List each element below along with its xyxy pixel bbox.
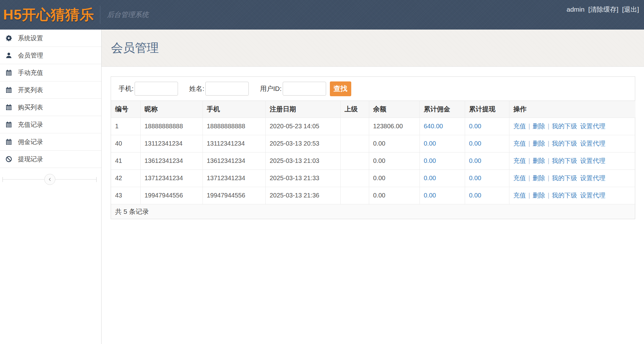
action-separator: | <box>548 157 549 164</box>
sidebar-item-purchase-list[interactable]: 购买列表 <box>0 99 101 116</box>
table-body: 118888888888188888888882020-05-23 14:051… <box>111 118 636 204</box>
calendar-icon <box>4 104 13 111</box>
parent-cell <box>340 135 369 152</box>
calendar-icon <box>4 69 13 76</box>
main-area: 会员管理 手机: 姓名: 用户ID: 查找 编号昵称手机注册日期上级余额累计佣金… <box>102 30 644 344</box>
phone-cell: 13112341234 <box>203 135 265 152</box>
commission-link[interactable]: 0.00 <box>424 157 436 164</box>
userid-label: 用户ID: <box>260 84 282 93</box>
name-input[interactable] <box>205 82 249 96</box>
action-delete-link[interactable]: 删除 <box>533 192 545 199</box>
search-form: 手机: 姓名: 用户ID: 查找 <box>111 77 635 101</box>
action-set-agent-link[interactable]: 设置代理 <box>580 140 605 147</box>
action-separator: | <box>529 157 530 164</box>
record-count: 共 5 条记录 <box>111 204 635 219</box>
parent-cell <box>340 169 369 187</box>
action-delete-link[interactable]: 删除 <box>533 123 545 130</box>
sidebar-item-lottery-list[interactable]: 开奖列表 <box>0 81 101 99</box>
withdraw-link[interactable]: 0.00 <box>469 175 481 181</box>
action-set-agent-link[interactable]: 设置代理 <box>580 192 605 199</box>
withdraw-cell: 0.00 <box>465 187 509 204</box>
action-delete-link[interactable]: 删除 <box>533 175 545 181</box>
id-cell: 41 <box>111 152 140 169</box>
sidebar-item-withdrawal-records[interactable]: 提现记录 <box>0 151 101 168</box>
balance-cell: 0.00 <box>369 187 419 204</box>
parent-cell <box>340 118 369 135</box>
action-my-subordinates-link[interactable]: 我的下级 <box>552 175 577 181</box>
members-table: 编号昵称手机注册日期上级余额累计佣金累计提现操作 118888888888188… <box>111 101 636 204</box>
commission-link[interactable]: 0.00 <box>424 140 436 147</box>
commission-cell: 640.00 <box>419 118 465 135</box>
balance-cell: 0.00 <box>369 135 419 152</box>
actions-cell: 充值|删除|我的下级设置代理 <box>509 118 636 135</box>
reg-date-cell: 2025-03-13 21:33 <box>265 169 340 187</box>
top-header: H5开心猜猜乐 后台管理系统 admin [清除缓存] [退出] <box>0 0 644 30</box>
balance-cell: 0.00 <box>369 169 419 187</box>
action-separator: | <box>548 192 549 199</box>
parent-cell <box>340 152 369 169</box>
clear-cache-link[interactable]: [清除缓存] <box>588 6 619 13</box>
action-my-subordinates-link[interactable]: 我的下级 <box>552 192 577 199</box>
action-separator: | <box>529 175 530 181</box>
action-delete-link[interactable]: 删除 <box>533 140 545 147</box>
withdraw-link[interactable]: 0.00 <box>469 157 481 164</box>
action-recharge-link[interactable]: 充值 <box>514 123 526 130</box>
member-panel: 手机: 姓名: 用户ID: 查找 编号昵称手机注册日期上级余额累计佣金累计提现操… <box>111 76 635 219</box>
action-set-agent-link[interactable]: 设置代理 <box>580 175 605 181</box>
id-cell: 42 <box>111 169 140 187</box>
action-recharge-link[interactable]: 充值 <box>514 175 526 181</box>
withdraw-cell: 0.00 <box>465 135 509 152</box>
column-header: 注册日期 <box>265 101 340 118</box>
withdraw-link[interactable]: 0.00 <box>469 140 481 147</box>
sidebar-item-member-management[interactable]: 会员管理 <box>0 47 101 64</box>
commission-link[interactable]: 0.00 <box>424 175 436 181</box>
logout-link[interactable]: [退出] <box>622 6 639 13</box>
calendar-icon <box>4 121 13 128</box>
table-row: 4213712341234137123412342025-03-13 21:33… <box>111 169 636 187</box>
column-header: 昵称 <box>140 101 203 118</box>
action-recharge-link[interactable]: 充值 <box>514 192 526 199</box>
action-recharge-link[interactable]: 充值 <box>514 140 526 147</box>
commission-link[interactable]: 640.00 <box>424 123 443 130</box>
actions-cell: 充值|删除|我的下级设置代理 <box>509 187 636 204</box>
action-my-subordinates-link[interactable]: 我的下级 <box>552 140 577 147</box>
action-recharge-link[interactable]: 充值 <box>514 157 526 164</box>
username: admin <box>567 6 585 13</box>
logo-divider <box>100 6 100 24</box>
search-button[interactable]: 查找 <box>330 81 351 96</box>
action-separator: | <box>529 140 530 147</box>
userid-input[interactable] <box>283 82 326 96</box>
action-delete-link[interactable]: 删除 <box>533 157 545 164</box>
nickname-cell: 13712341234 <box>140 169 203 187</box>
phone-input[interactable] <box>135 82 178 96</box>
content: 手机: 姓名: 用户ID: 查找 编号昵称手机注册日期上级余额累计佣金累计提现操… <box>102 67 644 219</box>
action-my-subordinates-link[interactable]: 我的下级 <box>552 123 577 130</box>
nickname-cell: 18888888888 <box>140 118 203 135</box>
commission-cell: 0.00 <box>419 152 465 169</box>
action-separator: | <box>548 140 549 147</box>
action-set-agent-link[interactable]: 设置代理 <box>580 123 605 130</box>
user-icon <box>4 52 13 59</box>
calendar-icon <box>4 138 13 145</box>
actions-cell: 充值|删除|我的下级设置代理 <box>509 152 636 169</box>
sidebar-item-recharge-records[interactable]: 充值记录 <box>0 116 101 133</box>
sidebar-item-manual-recharge[interactable]: 手动充值 <box>0 64 101 81</box>
sidebar-item-label: 系统设置 <box>18 34 43 42</box>
commission-link[interactable]: 0.00 <box>424 192 436 199</box>
sidebar-collapse-button[interactable] <box>44 174 55 185</box>
action-my-subordinates-link[interactable]: 我的下级 <box>552 157 577 164</box>
column-header: 累计提现 <box>465 101 509 118</box>
sidebar-item-commission-records[interactable]: 佣金记录 <box>0 133 101 151</box>
sidebar-menu: 系统设置会员管理手动充值开奖列表购买列表充值记录佣金记录提现记录 <box>0 30 101 168</box>
sidebar-item-label: 购买列表 <box>18 103 43 112</box>
withdraw-link[interactable]: 0.00 <box>469 123 481 130</box>
table-row: 4113612341234136123412342025-03-13 21:03… <box>111 152 636 169</box>
withdraw-link[interactable]: 0.00 <box>469 192 481 199</box>
column-header: 操作 <box>509 101 636 118</box>
reg-date-cell: 2025-03-13 20:53 <box>265 135 340 152</box>
action-set-agent-link[interactable]: 设置代理 <box>580 157 605 164</box>
table-header-row: 编号昵称手机注册日期上级余额累计佣金累计提现操作 <box>111 101 636 118</box>
user-area: admin [清除缓存] [退出] <box>567 5 639 14</box>
sidebar-item-system-settings[interactable]: 系统设置 <box>0 30 101 47</box>
sidebar-item-label: 充值记录 <box>18 120 43 129</box>
